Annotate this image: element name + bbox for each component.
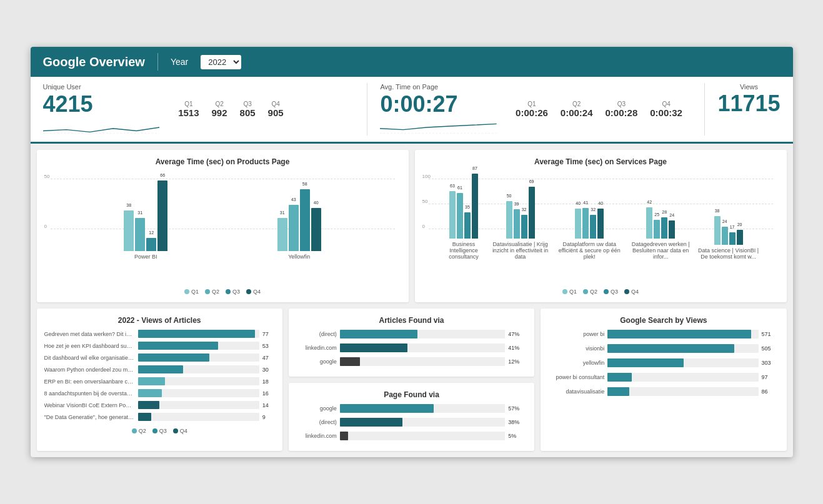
bar-label: Gedreven met data werken? Dit is dé... [44, 331, 135, 337]
bar-single: 20 [737, 230, 743, 245]
art-legend-dot-q3 [152, 428, 157, 433]
bar-row: power bi consultant97 [548, 373, 779, 382]
svc-legend-q1: Q1 [562, 289, 577, 295]
bar-single: 32 [590, 215, 596, 239]
bar-single: 28 [661, 217, 667, 239]
kpi-q3-time: Q3 0:00:28 [606, 101, 638, 118]
bar-value-label: 39 [514, 202, 519, 206]
bar-value: 14 [262, 402, 275, 408]
bar-value-label: 38 [715, 209, 720, 213]
bar-single: 25 [654, 220, 660, 239]
middle-charts: Average Time (sec) on Products Page 50 0… [31, 144, 793, 309]
bar-value-label: 43 [291, 197, 296, 202]
svc-legend-q2: Q2 [583, 289, 597, 295]
bar-fill [138, 353, 209, 362]
bar-fill [607, 344, 734, 353]
bar-pct: 57% [508, 405, 527, 412]
services-chart-title: Average Time (sec) on Services Page [422, 157, 779, 166]
bar-label-left: linkedin.com [296, 433, 337, 439]
middle-bottom-col: Articles Found via (direct)47%linkedin.c… [289, 309, 534, 451]
bar-wrap [340, 330, 505, 338]
page-found-via-chart: google57%(direct)38%linkedin.com5% [296, 404, 527, 443]
bar-single: 63 [449, 191, 456, 239]
year-select[interactable]: 2022 [201, 55, 241, 69]
bar-group: 40413240Dataplatform uw data efficiënt &… [554, 208, 625, 260]
bar-value-label: 12 [149, 230, 154, 235]
bar-row: "De Data Generatie", hoe generaties ...9 [44, 413, 275, 421]
bar-row: google12% [296, 357, 527, 366]
kpi-q4-time: Q4 0:00:32 [650, 101, 682, 118]
y-label-0-products: 0 [44, 224, 47, 229]
svc-legend-dot-q1 [562, 289, 567, 294]
google-search-card: Google Search by Views power bi571vision… [541, 309, 786, 451]
bar-wrap [138, 353, 259, 362]
unique-user-label: Unique User [43, 83, 160, 91]
legend-q1: Q1 [184, 289, 199, 295]
bar-pct: 47% [508, 331, 527, 337]
bar-row: Dit dashboard wil elke organisatie he...… [44, 353, 275, 362]
kpi-unique-user-quarters: Q1 1513 Q2 992 Q3 805 Q4 905 [178, 101, 283, 118]
bar-single: 87 [472, 174, 478, 239]
bar-value: 47 [262, 355, 275, 361]
avg-time-value: 0:00:27 [380, 93, 497, 116]
bar-fill [340, 418, 402, 427]
bar-value: 30 [262, 367, 275, 373]
products-chart-title: Average Time (sec) on Products Page [44, 157, 401, 166]
bar-value-label: 20 [737, 222, 742, 227]
articles-views-title: 2022 - Views of Articles [44, 316, 275, 325]
bar-row: 8 aandachtspunten bij de overstap v...16 [44, 389, 275, 397]
bar-group-label: Yellowfin [288, 254, 310, 260]
articles-bar-chart: Gedreven met data werken? Dit is dé...77… [44, 330, 275, 423]
kpi-avg-time: Avg. Time on Page 0:00:27 Q1 0:00:26 Q2 … [367, 83, 705, 136]
kpi-q4-unique: Q4 905 [268, 101, 284, 118]
bar-wrap [607, 387, 758, 396]
svc-legend-dot-q2 [583, 289, 588, 294]
unique-user-sparkline [43, 118, 160, 136]
bar-label-left: yellowfin [548, 360, 604, 366]
bar-fill [607, 373, 632, 382]
bar-group-label: Power BI [134, 254, 157, 260]
bar-wrap [340, 404, 505, 413]
bar-row: linkedin.com41% [296, 343, 527, 352]
bar-value-label: 41 [583, 200, 588, 205]
y-grid-100-services [429, 179, 773, 179]
bar-label: Hoe zet je een KPI dashboard succes... [44, 343, 135, 349]
bar-label: "De Data Generatie", hoe generaties ... [44, 414, 135, 420]
bar-label-left: google [296, 405, 337, 412]
header-divider [157, 53, 158, 71]
bar-value: 97 [762, 374, 779, 380]
bar-group-label: Datavisualisatie | Krijg inzicht in effe… [486, 241, 554, 260]
bar-group: 50393269Datavisualisatie | Krijg inzicht… [486, 187, 554, 260]
bar-wrap [340, 418, 505, 427]
bar-group-bars: 38241720 [714, 216, 743, 245]
bar-group-bars: 31435840 [277, 189, 321, 251]
svc-legend-q4: Q4 [624, 289, 639, 295]
bar-single: 35 [464, 212, 471, 239]
bar-row: power bi571 [548, 330, 779, 338]
bar-wrap [138, 389, 259, 397]
kpi-unique-user: Unique User 4215 Q1 1513 Q2 992 Q3 [43, 83, 368, 136]
kpi-unique-user-main: Unique User 4215 [43, 83, 160, 136]
bar-value-label: 31 [137, 210, 142, 215]
legend-dot-q4 [246, 289, 251, 294]
bar-value-label: 40 [576, 201, 581, 205]
found-via-chart: (direct)47%linkedin.com41%google12% [296, 330, 527, 369]
products-chart-card: Average Time (sec) on Products Page 50 0… [37, 150, 409, 302]
bar-pct: 5% [508, 433, 527, 439]
header: Google Overview Year 2022 [31, 47, 793, 77]
dashboard: Google Overview Year 2022 Unique User 42… [31, 47, 793, 457]
bar-single: 61 [457, 193, 463, 239]
art-legend-q4: Q4 [173, 428, 187, 434]
bottom-row: 2022 - Views of Articles Gedreven met da… [31, 309, 793, 457]
bar-wrap [138, 401, 259, 409]
bar-wrap [340, 357, 505, 366]
bar-group-bars: 40413240 [575, 208, 604, 239]
bar-wrap [138, 413, 259, 421]
bar-row: Hoe zet je een KPI dashboard succes...53 [44, 342, 275, 350]
bar-group-label: Business Intelligence consultancy [441, 241, 487, 260]
bar-single: 43 [289, 205, 299, 251]
bar-fill [138, 389, 162, 397]
legend-q4: Q4 [246, 289, 261, 295]
bar-wrap [138, 377, 259, 385]
kpi-views: Views 11715 [705, 83, 780, 136]
